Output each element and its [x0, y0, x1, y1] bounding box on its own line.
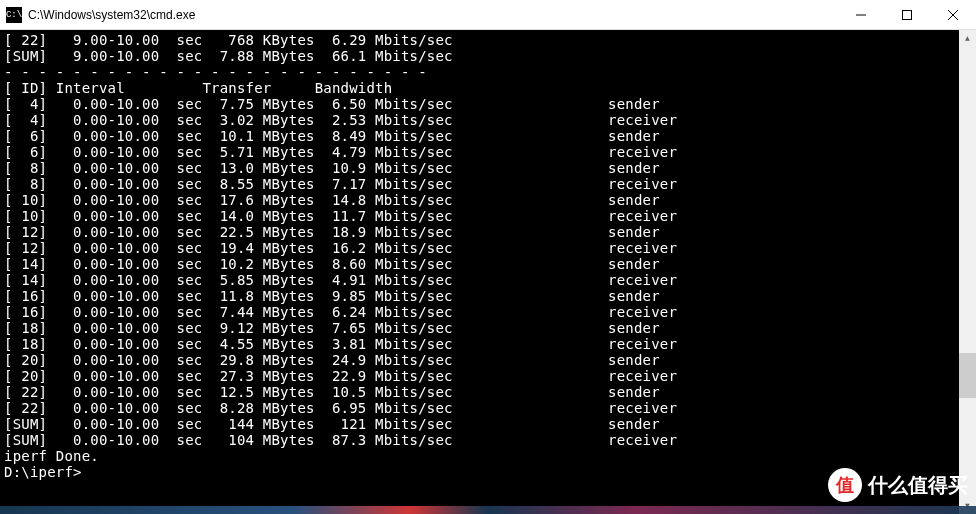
scroll-up-arrow[interactable]: ▲: [959, 30, 976, 47]
console-line: iperf Done.: [4, 448, 972, 464]
console-line: [ 12] 0.00-10.00 sec 22.5 MBytes 18.9 Mb…: [4, 224, 972, 240]
console-line: [ ID] Interval Transfer Bandwidth: [4, 80, 972, 96]
console-line: [ 10] 0.00-10.00 sec 17.6 MBytes 14.8 Mb…: [4, 192, 972, 208]
console-line: [SUM] 0.00-10.00 sec 104 MBytes 87.3 Mbi…: [4, 432, 972, 448]
console-line: [ 22] 9.00-10.00 sec 768 KBytes 6.29 Mbi…: [4, 32, 972, 48]
scroll-track[interactable]: [959, 47, 976, 497]
console-line: [ 20] 0.00-10.00 sec 29.8 MBytes 24.9 Mb…: [4, 352, 972, 368]
console-line: [ 4] 0.00-10.00 sec 3.02 MBytes 2.53 Mbi…: [4, 112, 972, 128]
console-line: [ 6] 0.00-10.00 sec 10.1 MBytes 8.49 Mbi…: [4, 128, 972, 144]
console-output[interactable]: [ 22] 9.00-10.00 sec 768 KBytes 6.29 Mbi…: [0, 30, 976, 514]
console-line: [ 22] 0.00-10.00 sec 12.5 MBytes 10.5 Mb…: [4, 384, 972, 400]
taskbar-peek: [0, 506, 976, 514]
console-line: [ 8] 0.00-10.00 sec 13.0 MBytes 10.9 Mbi…: [4, 160, 972, 176]
console-line: - - - - - - - - - - - - - - - - - - - - …: [4, 64, 972, 80]
close-button[interactable]: [930, 0, 976, 29]
svg-rect-1: [903, 10, 912, 19]
console-line: [ 16] 0.00-10.00 sec 11.8 MBytes 9.85 Mb…: [4, 288, 972, 304]
minimize-button[interactable]: [838, 0, 884, 29]
maximize-button[interactable]: [884, 0, 930, 29]
console-line: [SUM] 9.00-10.00 sec 7.88 MBytes 66.1 Mb…: [4, 48, 972, 64]
console-line: [ 20] 0.00-10.00 sec 27.3 MBytes 22.9 Mb…: [4, 368, 972, 384]
console-line: D:\iperf>: [4, 464, 972, 480]
vertical-scrollbar[interactable]: ▲ ▼: [959, 30, 976, 514]
console-line: [ 22] 0.00-10.00 sec 8.28 MBytes 6.95 Mb…: [4, 400, 972, 416]
scroll-thumb[interactable]: [959, 353, 976, 398]
console-line: [ 10] 0.00-10.00 sec 14.0 MBytes 11.7 Mb…: [4, 208, 972, 224]
console-line: [ 12] 0.00-10.00 sec 19.4 MBytes 16.2 Mb…: [4, 240, 972, 256]
console-line: [ 18] 0.00-10.00 sec 9.12 MBytes 7.65 Mb…: [4, 320, 972, 336]
console-line: [ 18] 0.00-10.00 sec 4.55 MBytes 3.81 Mb…: [4, 336, 972, 352]
window-title: C:\Windows\system32\cmd.exe: [28, 8, 838, 22]
console-line: [ 14] 0.00-10.00 sec 5.85 MBytes 4.91 Mb…: [4, 272, 972, 288]
console-line: [ 14] 0.00-10.00 sec 10.2 MBytes 8.60 Mb…: [4, 256, 972, 272]
window-controls: [838, 0, 976, 29]
console-line: [ 6] 0.00-10.00 sec 5.71 MBytes 4.79 Mbi…: [4, 144, 972, 160]
window-title-bar: C:\ C:\Windows\system32\cmd.exe: [0, 0, 976, 30]
console-line: [ 16] 0.00-10.00 sec 7.44 MBytes 6.24 Mb…: [4, 304, 972, 320]
console-line: [ 4] 0.00-10.00 sec 7.75 MBytes 6.50 Mbi…: [4, 96, 972, 112]
console-line: [ 8] 0.00-10.00 sec 8.55 MBytes 7.17 Mbi…: [4, 176, 972, 192]
console-line: [SUM] 0.00-10.00 sec 144 MBytes 121 Mbit…: [4, 416, 972, 432]
cmd-icon: C:\: [6, 7, 22, 23]
